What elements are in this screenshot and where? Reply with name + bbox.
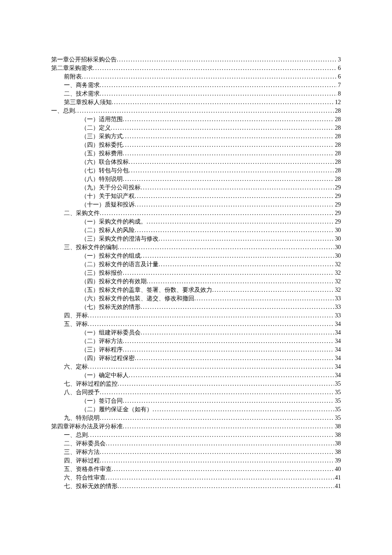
toc-leader-dots: [118, 482, 334, 491]
toc-page-number: 35: [334, 405, 341, 414]
toc-entry[interactable]: （二）履约保证金（如有） 35: [51, 405, 341, 414]
toc-label: （四）评标过程保密: [81, 354, 135, 363]
toc-entry[interactable]: （一）采购文件的构成。 29: [51, 218, 341, 226]
toc-label: 一、商务需求: [64, 81, 100, 90]
toc-leader-dots: [153, 405, 334, 414]
toc-entry[interactable]: 一、总则28: [51, 107, 341, 115]
toc-entry[interactable]: 第一章公开招标采购公告3: [51, 55, 341, 64]
toc-leader-dots: [100, 388, 334, 397]
toc-page-number: 8: [337, 90, 341, 98]
toc-leader-dots: [141, 328, 334, 337]
toc-entry[interactable]: 第三章投标人须知12: [51, 98, 341, 107]
toc-entry[interactable]: （三）评标程序 34: [51, 346, 341, 354]
toc-leader-dots: [194, 294, 334, 303]
toc-entry[interactable]: 三、评标方法38: [51, 448, 341, 456]
toc-entry[interactable]: （四）投标文件的有效期 32: [51, 277, 341, 286]
toc-label: 三、评标方法: [64, 448, 100, 456]
toc-entry[interactable]: 八、合同授予35: [51, 388, 341, 397]
toc-leader-dots: [159, 260, 334, 269]
toc-entry[interactable]: 五、评标34: [51, 320, 341, 328]
toc-entry[interactable]: （十）关于知识产权 29: [51, 192, 341, 200]
toc-entry[interactable]: 第四章评标办法及评分标准38: [51, 422, 341, 431]
toc-entry[interactable]: （二）评标方法 34: [51, 337, 341, 346]
toc-label: （三）采购文件的澄清与修改: [81, 235, 159, 243]
toc-page-number: 34: [334, 371, 341, 380]
toc-entry[interactable]: （八）特别说明 28: [51, 175, 341, 183]
toc-entry[interactable]: （一）签订合同 35: [51, 397, 341, 405]
toc-page-number: 28: [334, 158, 341, 166]
toc-leader-dots: [112, 98, 334, 107]
toc-label: 五、评标: [64, 320, 88, 328]
toc-entry[interactable]: 六、符合性审查41: [51, 474, 341, 482]
toc-leader-dots: [129, 158, 334, 166]
toc-leader-dots: [123, 175, 334, 183]
toc-entry[interactable]: （一）确定中标人 34: [51, 371, 341, 380]
toc-leader-dots: [123, 115, 334, 124]
toc-entry[interactable]: 三、投标文件的编制30: [51, 243, 341, 252]
toc-page-number: 28: [334, 141, 341, 149]
toc-entry[interactable]: （四）投标委托 28: [51, 141, 341, 149]
toc-entry[interactable]: （六）投标文件的包装、递交、修改和撤回 33: [51, 294, 341, 303]
toc-page-number: 32: [334, 277, 341, 286]
toc-label: （二）履约保证金（如有）: [81, 405, 153, 414]
toc-leader-dots: [123, 141, 334, 149]
toc-entry[interactable]: （一）组建评标委员会 34: [51, 328, 341, 337]
toc-entry[interactable]: 九、特别说明35: [51, 414, 341, 422]
toc-entry[interactable]: （六）联合体投标 28: [51, 158, 341, 166]
toc-entry[interactable]: （七）投标无效的情形 33: [51, 303, 341, 311]
toc-label: （二）定义: [81, 124, 111, 132]
toc-entry[interactable]: 一、商务需求7: [51, 81, 341, 90]
toc-label: （三）采购方式: [81, 132, 123, 141]
toc-label: （五）投标费用: [81, 149, 123, 158]
toc-entry[interactable]: 五、资格条件审查40: [51, 465, 341, 474]
toc-entry[interactable]: （二）投标人的风险 30: [51, 226, 341, 235]
toc-page-number: 29: [334, 218, 341, 226]
toc-entry[interactable]: 一、总则38: [51, 431, 341, 439]
toc-page-number: 29: [334, 209, 341, 218]
toc-entry[interactable]: （三）采购方式 28: [51, 132, 341, 141]
toc-label: （十）关于知识产权: [81, 192, 135, 200]
toc-label: 第三章投标人须知: [64, 98, 112, 107]
toc-entry[interactable]: （十一）质疑和投诉 29: [51, 200, 341, 209]
toc-entry[interactable]: （五）投标文件的盖章、签署、份数、要求及效力 32: [51, 286, 341, 294]
toc-entry[interactable]: 七、评标过程的监控35: [51, 380, 341, 388]
toc-entry[interactable]: 七、投标无效的情形41: [51, 482, 341, 491]
toc-entry[interactable]: 二、技术需求8: [51, 90, 341, 98]
toc-entry[interactable]: （一）投标文件的组成 30: [51, 252, 341, 260]
toc-entry[interactable]: 六、定标34: [51, 363, 341, 371]
toc-leader-dots: [106, 439, 334, 448]
toc-entry[interactable]: 第二章采购需求6: [51, 64, 341, 73]
toc-label: 四、开标: [64, 311, 88, 320]
toc-page-number: 34: [334, 346, 341, 354]
toc-label: （四）投标文件的有效期: [81, 277, 147, 286]
toc-label: 八、合同授予: [64, 388, 100, 397]
toc-entry[interactable]: （九）关于分公司投标 29: [51, 183, 341, 192]
toc-leader-dots: [75, 107, 334, 115]
toc-page-number: 41: [334, 474, 341, 482]
toc-entry[interactable]: （二）投标文件的语言及计量 32: [51, 260, 341, 269]
toc-entry[interactable]: （四）评标过程保密 34: [51, 354, 341, 363]
toc-entry[interactable]: （五）投标费用 28: [51, 149, 341, 158]
toc-entry[interactable]: （三）采购文件的澄清与修改 30: [51, 235, 341, 243]
toc-entry[interactable]: 前附表6: [51, 73, 341, 81]
toc-entry[interactable]: （一）适用范围 28: [51, 115, 341, 124]
toc-page-number: 30: [334, 235, 341, 243]
toc-label: （八）特别说明: [81, 175, 123, 183]
toc-label: 第二章采购需求: [51, 64, 93, 73]
toc-leader-dots: [123, 346, 334, 354]
toc-entry[interactable]: （三）投标报价 32: [51, 269, 341, 277]
toc-entry[interactable]: （七）转包与分包 28: [51, 166, 341, 175]
toc-label: 第四章评标办法及评分标准: [51, 422, 123, 431]
toc-entry[interactable]: 二、采购文件29: [51, 209, 341, 218]
toc-label: （一）组建评标委员会: [81, 328, 141, 337]
toc-page-number: 34: [334, 328, 341, 337]
toc-entry[interactable]: （二）定义 28: [51, 124, 341, 132]
toc-page-number: 38: [334, 439, 341, 448]
toc-entry[interactable]: 四、评标过程39: [51, 456, 341, 465]
toc-entry[interactable]: 二、评标委员会38: [51, 439, 341, 448]
toc-leader-dots: [82, 73, 337, 81]
toc-leader-dots: [147, 218, 334, 226]
toc-page-number: 29: [334, 183, 341, 192]
toc-entry[interactable]: 四、开标33: [51, 311, 341, 320]
toc-label: （四）投标委托: [81, 141, 123, 149]
